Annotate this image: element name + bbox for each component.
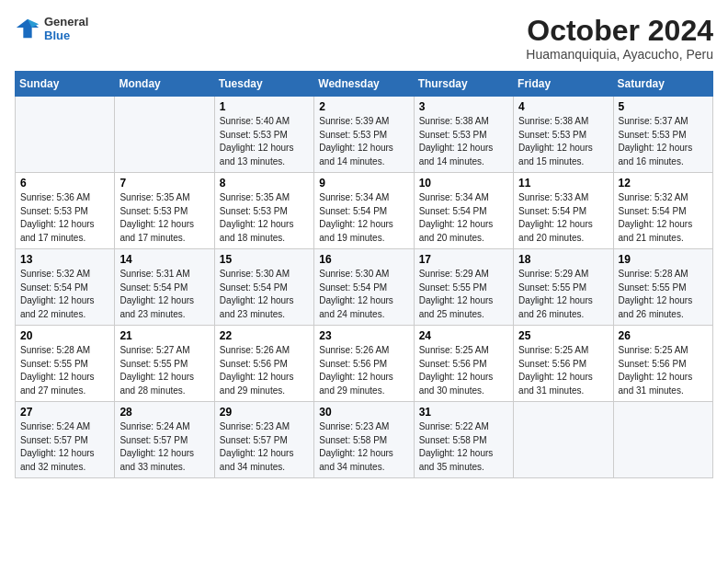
day-info: Sunrise: 5:25 AMSunset: 5:56 PMDaylight:… bbox=[619, 344, 708, 397]
day-cell: 30Sunrise: 5:23 AMSunset: 5:58 PMDayligh… bbox=[314, 402, 414, 478]
header-row: SundayMondayTuesdayWednesdayThursdayFrid… bbox=[16, 72, 713, 97]
day-number: 8 bbox=[220, 177, 309, 190]
header-cell-sunday: Sunday bbox=[16, 72, 115, 97]
day-number: 24 bbox=[419, 329, 508, 342]
day-info: Sunrise: 5:31 AMSunset: 5:54 PMDaylight:… bbox=[119, 268, 209, 321]
day-cell: 3Sunrise: 5:38 AMSunset: 5:53 PMDaylight… bbox=[414, 97, 513, 173]
day-number: 7 bbox=[119, 177, 209, 190]
day-cell: 10Sunrise: 5:34 AMSunset: 5:54 PMDayligh… bbox=[414, 173, 513, 249]
day-number: 31 bbox=[419, 406, 508, 419]
day-info: Sunrise: 5:22 AMSunset: 5:58 PMDaylight:… bbox=[419, 420, 508, 474]
day-info: Sunrise: 5:28 AMSunset: 5:55 PMDaylight:… bbox=[20, 344, 109, 397]
day-number: 18 bbox=[518, 253, 608, 266]
day-cell: 29Sunrise: 5:23 AMSunset: 5:57 PMDayligh… bbox=[214, 402, 313, 478]
day-info: Sunrise: 5:30 AMSunset: 5:54 PMDaylight:… bbox=[220, 268, 309, 321]
day-number: 15 bbox=[220, 253, 309, 266]
day-info: Sunrise: 5:35 AMSunset: 5:53 PMDaylight:… bbox=[119, 191, 209, 245]
calendar-header: SundayMondayTuesdayWednesdayThursdayFrid… bbox=[16, 72, 713, 97]
svg-marker-0 bbox=[17, 19, 39, 39]
day-cell: 9Sunrise: 5:34 AMSunset: 5:54 PMDaylight… bbox=[314, 173, 414, 249]
day-number: 4 bbox=[518, 100, 608, 113]
day-cell: 14Sunrise: 5:31 AMSunset: 5:54 PMDayligh… bbox=[115, 249, 214, 326]
day-number: 19 bbox=[619, 253, 708, 266]
day-info: Sunrise: 5:24 AMSunset: 5:57 PMDaylight:… bbox=[119, 420, 209, 474]
day-cell: 31Sunrise: 5:22 AMSunset: 5:58 PMDayligh… bbox=[414, 402, 513, 478]
day-cell: 20Sunrise: 5:28 AMSunset: 5:55 PMDayligh… bbox=[16, 326, 115, 402]
week-row-5: 27Sunrise: 5:24 AMSunset: 5:57 PMDayligh… bbox=[16, 402, 713, 478]
day-cell: 11Sunrise: 5:33 AMSunset: 5:54 PMDayligh… bbox=[514, 173, 613, 249]
day-cell: 28Sunrise: 5:24 AMSunset: 5:57 PMDayligh… bbox=[115, 402, 214, 478]
logo-blue: Blue bbox=[44, 29, 88, 42]
day-number: 20 bbox=[20, 329, 109, 342]
day-info: Sunrise: 5:29 AMSunset: 5:55 PMDaylight:… bbox=[419, 268, 508, 321]
day-info: Sunrise: 5:40 AMSunset: 5:53 PMDaylight:… bbox=[220, 115, 309, 168]
month-title: October 2024 bbox=[526, 15, 713, 47]
week-row-4: 20Sunrise: 5:28 AMSunset: 5:55 PMDayligh… bbox=[16, 326, 713, 402]
page-header: General Blue October 2024 Huamanquiquia,… bbox=[15, 15, 713, 62]
day-info: Sunrise: 5:39 AMSunset: 5:53 PMDaylight:… bbox=[319, 115, 408, 168]
day-info: Sunrise: 5:34 AMSunset: 5:54 PMDaylight:… bbox=[419, 191, 508, 245]
day-info: Sunrise: 5:32 AMSunset: 5:54 PMDaylight:… bbox=[20, 268, 109, 321]
header-cell-friday: Friday bbox=[514, 72, 613, 97]
day-number: 14 bbox=[119, 253, 209, 266]
day-number: 12 bbox=[619, 177, 708, 190]
day-cell: 22Sunrise: 5:26 AMSunset: 5:56 PMDayligh… bbox=[214, 326, 313, 402]
day-number: 16 bbox=[319, 253, 408, 266]
day-cell: 19Sunrise: 5:28 AMSunset: 5:55 PMDayligh… bbox=[613, 249, 712, 326]
day-info: Sunrise: 5:26 AMSunset: 5:56 PMDaylight:… bbox=[220, 344, 309, 397]
day-info: Sunrise: 5:25 AMSunset: 5:56 PMDaylight:… bbox=[419, 344, 508, 397]
header-cell-wednesday: Wednesday bbox=[314, 72, 414, 97]
day-info: Sunrise: 5:35 AMSunset: 5:53 PMDaylight:… bbox=[220, 191, 309, 245]
header-cell-saturday: Saturday bbox=[613, 72, 712, 97]
day-number: 2 bbox=[319, 100, 408, 113]
week-row-1: 1Sunrise: 5:40 AMSunset: 5:53 PMDaylight… bbox=[16, 97, 713, 173]
day-info: Sunrise: 5:29 AMSunset: 5:55 PMDaylight:… bbox=[518, 268, 608, 321]
day-cell: 18Sunrise: 5:29 AMSunset: 5:55 PMDayligh… bbox=[514, 249, 613, 326]
day-cell: 7Sunrise: 5:35 AMSunset: 5:53 PMDaylight… bbox=[115, 173, 214, 249]
day-cell: 12Sunrise: 5:32 AMSunset: 5:54 PMDayligh… bbox=[613, 173, 712, 249]
day-number: 6 bbox=[20, 177, 109, 190]
logo-text: General Blue bbox=[44, 15, 88, 42]
day-info: Sunrise: 5:38 AMSunset: 5:53 PMDaylight:… bbox=[419, 115, 508, 168]
day-info: Sunrise: 5:33 AMSunset: 5:54 PMDaylight:… bbox=[518, 191, 608, 245]
day-info: Sunrise: 5:24 AMSunset: 5:57 PMDaylight:… bbox=[20, 420, 109, 474]
day-cell: 26Sunrise: 5:25 AMSunset: 5:56 PMDayligh… bbox=[613, 326, 712, 402]
header-cell-tuesday: Tuesday bbox=[214, 72, 313, 97]
week-row-3: 13Sunrise: 5:32 AMSunset: 5:54 PMDayligh… bbox=[16, 249, 713, 326]
day-number: 17 bbox=[419, 253, 508, 266]
day-info: Sunrise: 5:27 AMSunset: 5:55 PMDaylight:… bbox=[119, 344, 209, 397]
day-number: 3 bbox=[419, 100, 508, 113]
day-cell: 2Sunrise: 5:39 AMSunset: 5:53 PMDaylight… bbox=[314, 97, 414, 173]
day-info: Sunrise: 5:25 AMSunset: 5:56 PMDaylight:… bbox=[518, 344, 608, 397]
day-number: 10 bbox=[419, 177, 508, 190]
day-cell: 15Sunrise: 5:30 AMSunset: 5:54 PMDayligh… bbox=[214, 249, 313, 326]
location-subtitle: Huamanquiquia, Ayacucho, Peru bbox=[526, 47, 713, 62]
day-number: 28 bbox=[119, 406, 209, 419]
day-number: 27 bbox=[20, 406, 109, 419]
header-cell-thursday: Thursday bbox=[414, 72, 513, 97]
day-number: 22 bbox=[220, 329, 309, 342]
day-cell bbox=[115, 97, 214, 173]
day-info: Sunrise: 5:32 AMSunset: 5:54 PMDaylight:… bbox=[619, 191, 708, 245]
day-cell: 16Sunrise: 5:30 AMSunset: 5:54 PMDayligh… bbox=[314, 249, 414, 326]
day-cell: 24Sunrise: 5:25 AMSunset: 5:56 PMDayligh… bbox=[414, 326, 513, 402]
day-number: 21 bbox=[119, 329, 209, 342]
day-cell: 27Sunrise: 5:24 AMSunset: 5:57 PMDayligh… bbox=[16, 402, 115, 478]
calendar-table: SundayMondayTuesdayWednesdayThursdayFrid… bbox=[15, 71, 713, 478]
day-info: Sunrise: 5:23 AMSunset: 5:58 PMDaylight:… bbox=[319, 420, 408, 474]
day-info: Sunrise: 5:26 AMSunset: 5:56 PMDaylight:… bbox=[319, 344, 408, 397]
day-cell: 25Sunrise: 5:25 AMSunset: 5:56 PMDayligh… bbox=[514, 326, 613, 402]
logo: General Blue bbox=[15, 15, 88, 42]
title-area: October 2024 Huamanquiquia, Ayacucho, Pe… bbox=[526, 15, 713, 62]
day-info: Sunrise: 5:34 AMSunset: 5:54 PMDaylight:… bbox=[319, 191, 408, 245]
day-cell bbox=[514, 402, 613, 478]
day-number: 11 bbox=[518, 177, 608, 190]
day-cell bbox=[613, 402, 712, 478]
day-number: 23 bbox=[319, 329, 408, 342]
logo-bird-icon bbox=[15, 16, 40, 41]
day-info: Sunrise: 5:36 AMSunset: 5:53 PMDaylight:… bbox=[20, 191, 109, 245]
day-number: 9 bbox=[319, 177, 408, 190]
calendar-body: 1Sunrise: 5:40 AMSunset: 5:53 PMDaylight… bbox=[16, 97, 713, 478]
logo-general: General bbox=[44, 15, 88, 29]
header-cell-monday: Monday bbox=[115, 72, 214, 97]
